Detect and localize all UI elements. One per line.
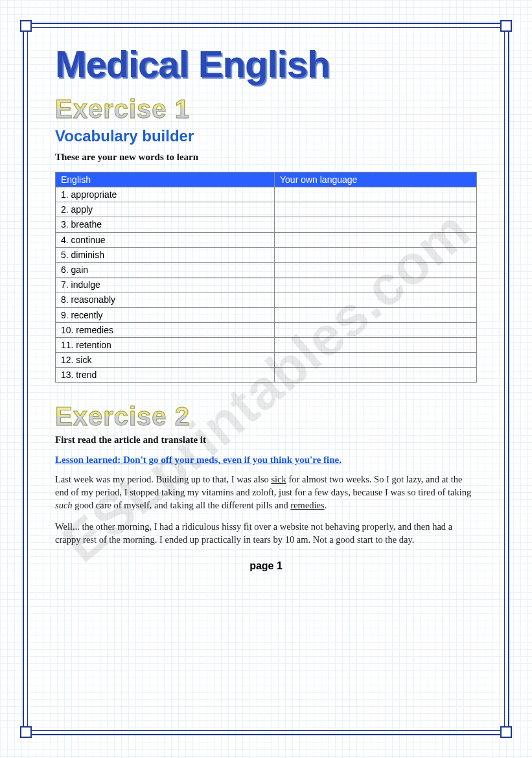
underlined-word-remedies: remedies <box>290 500 324 510</box>
exercise-1-instruction: These are your new words to learn <box>55 152 477 163</box>
corner-decoration <box>500 726 512 738</box>
table-row: 4. continue <box>56 232 477 247</box>
table-row: 1. appropriate <box>56 187 477 202</box>
underlined-word-sick: sick <box>271 474 286 484</box>
vocab-word-cell: 4. continue <box>56 232 275 247</box>
page-content: Medical English Exercise 1 Vocabulary bu… <box>0 0 532 604</box>
table-row: 5. diminish <box>56 247 477 262</box>
vocab-translation-cell[interactable] <box>275 322 477 337</box>
vocab-translation-cell[interactable] <box>275 217 477 232</box>
exercise-2-heading: Exercise 2 <box>55 402 477 431</box>
table-row: 2. apply <box>56 202 477 217</box>
table-header-english: English <box>56 172 275 187</box>
vocab-word-cell: 7. indulge <box>56 278 275 292</box>
vocab-translation-cell[interactable] <box>275 232 477 247</box>
vocab-translation-cell[interactable] <box>275 307 477 322</box>
table-row: 7. indulge <box>56 278 477 292</box>
italic-word-such: such <box>55 500 73 510</box>
exercise-2-instruction: First read the article and translate it <box>55 434 477 445</box>
vocab-translation-cell[interactable] <box>275 247 477 262</box>
vocab-word-cell: 5. diminish <box>56 247 275 262</box>
vocab-word-cell: 2. apply <box>56 202 275 217</box>
vocabulary-subheading: Vocabulary builder <box>55 127 477 145</box>
vocab-word-cell: 13. trend <box>56 368 275 383</box>
table-row: 10. remedies <box>56 322 477 337</box>
page-number: page 1 <box>55 560 477 572</box>
vocab-word-cell: 11. retention <box>56 337 275 352</box>
vocab-word-cell: 6. gain <box>56 262 275 277</box>
vocab-translation-cell[interactable] <box>275 262 477 277</box>
article-paragraph-2: Well... the other morning, I had a ridic… <box>55 521 477 546</box>
vocab-word-cell: 8. reasonably <box>56 292 275 307</box>
corner-decoration <box>20 726 32 738</box>
vocab-translation-cell[interactable] <box>275 187 477 202</box>
table-row: 6. gain <box>56 262 477 277</box>
table-row: 12. sick <box>56 353 477 368</box>
vocab-translation-cell[interactable] <box>275 278 477 292</box>
page-title: Medical English <box>55 45 477 83</box>
table-row: 13. trend <box>56 368 477 383</box>
vocab-translation-cell[interactable] <box>275 292 477 307</box>
vocab-word-cell: 9. recently <box>56 307 275 322</box>
table-row: 11. retention <box>56 337 477 352</box>
vocab-translation-cell[interactable] <box>275 353 477 368</box>
vocab-word-cell: 1. appropriate <box>56 187 275 202</box>
vocab-translation-cell[interactable] <box>275 337 477 352</box>
vocab-translation-cell[interactable] <box>275 368 477 383</box>
article-title-link[interactable]: Lesson learned: Don't go off your meds, … <box>55 455 477 466</box>
exercise-1-heading: Exercise 1 <box>55 95 477 123</box>
vocab-translation-cell[interactable] <box>275 202 477 217</box>
table-row: 9. recently <box>56 307 477 322</box>
table-header-ownlang: Your own language <box>275 172 477 187</box>
vocab-word-cell: 10. remedies <box>56 322 275 337</box>
table-row: 3. breathe <box>56 217 477 232</box>
vocab-word-cell: 3. breathe <box>56 217 275 232</box>
vocab-word-cell: 12. sick <box>56 353 275 368</box>
table-row: 8. reasonably <box>56 292 477 307</box>
vocabulary-table: English Your own language 1. appropriate… <box>55 172 477 383</box>
article-paragraph-1: Last week was my period. Building up to … <box>55 473 477 512</box>
